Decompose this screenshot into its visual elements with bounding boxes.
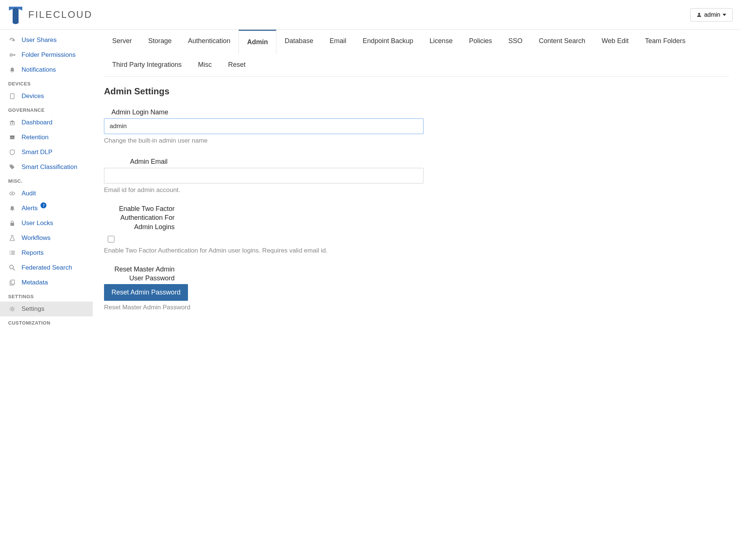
tab-third-party-integrations[interactable]: Third Party Integrations: [104, 53, 190, 76]
sidebar-item-label: Settings: [22, 305, 44, 313]
sidebar-item-label: Folder Permissions: [22, 51, 76, 59]
tab-misc[interactable]: Misc: [190, 53, 220, 76]
reset-password-label: Reset Master Admin User Password: [104, 265, 175, 283]
svg-rect-7: [10, 223, 14, 226]
key-icon: [8, 52, 16, 58]
caret-down-icon: [723, 14, 726, 16]
sidebar-item-label: Alerts: [22, 205, 38, 212]
user-icon: [697, 12, 702, 17]
sidebar-item-audit[interactable]: Audit: [0, 186, 93, 201]
sidebar-item-retention[interactable]: Retention: [0, 130, 93, 145]
tab-license[interactable]: License: [421, 30, 461, 53]
sidebar-item-label: Federated Search: [22, 264, 72, 271]
bank-icon: [8, 120, 16, 126]
sidebar-item-label: Smart Classification: [22, 163, 77, 171]
gear-icon: [8, 306, 16, 312]
sidebar-item-user-locks[interactable]: User Locks: [0, 216, 93, 231]
flask-icon: [8, 235, 16, 241]
brand-text: FILECLOUD: [28, 9, 92, 20]
svg-rect-1: [10, 94, 14, 99]
header: FILECLOUD admin: [0, 0, 740, 30]
alert-badge-icon: !: [40, 202, 46, 208]
tfa-checkbox[interactable]: [108, 236, 114, 242]
sidebar-section-misc-: MISC.: [0, 175, 93, 186]
main-content: ServerStorageAuthenticationAdminDatabase…: [93, 30, 740, 560]
sidebar-section-devices: DEVICES: [0, 77, 93, 89]
tab-authentication[interactable]: Authentication: [180, 30, 238, 53]
sidebar-item-notifications[interactable]: Notifications: [0, 62, 93, 77]
tab-endpoint-backup[interactable]: Endpoint Backup: [354, 30, 421, 53]
sidebar-item-label: Metadata: [22, 279, 48, 286]
search-icon: [8, 265, 16, 271]
sidebar-item-label: Reports: [22, 249, 44, 257]
field-reset-password: Reset Master Admin User Password Reset A…: [104, 260, 423, 318]
reset-password-help: Reset Master Admin Password: [104, 301, 423, 313]
svg-point-4: [10, 165, 11, 166]
admin-email-input[interactable]: [104, 168, 423, 183]
logo-icon: [7, 5, 24, 25]
tab-content-search[interactable]: Content Search: [530, 30, 593, 53]
sidebar-item-label: User Shares: [22, 36, 56, 44]
sidebar-item-label: Dashboard: [22, 119, 52, 126]
sidebar-item-reports[interactable]: Reports: [0, 245, 93, 260]
admin-login-name-label: Admin Login Name: [111, 108, 423, 116]
field-tfa: Enable Two Factor Authentication For Adm…: [104, 200, 423, 260]
bell-icon: [8, 205, 16, 211]
sidebar-item-federated-search[interactable]: Federated Search: [0, 260, 93, 275]
sidebar-item-label: Devices: [22, 92, 44, 100]
reset-admin-password-button[interactable]: Reset Admin Password: [104, 284, 188, 301]
sidebar-item-workflows[interactable]: Workflows: [0, 231, 93, 245]
tablet-icon: [8, 93, 16, 99]
field-admin-email: Admin Email Email id for admin account.: [104, 150, 423, 200]
svg-rect-3: [10, 136, 14, 137]
tab-policies[interactable]: Policies: [461, 30, 500, 53]
tab-team-folders[interactable]: Team Folders: [637, 30, 694, 53]
svg-rect-10: [11, 280, 14, 284]
tab-server[interactable]: Server: [104, 30, 140, 53]
tfa-help: Enable Two Factor Authentication for Adm…: [104, 244, 423, 256]
tab-sso[interactable]: SSO: [500, 30, 530, 53]
tab-email[interactable]: Email: [321, 30, 354, 53]
svg-point-6: [12, 193, 13, 194]
shield-icon: [8, 149, 16, 155]
sidebar-item-smart-classification[interactable]: Smart Classification: [0, 160, 93, 175]
sidebar-item-label: Workflows: [22, 234, 51, 242]
sidebar-item-label: Retention: [22, 134, 49, 141]
user-menu-button[interactable]: admin: [690, 8, 733, 22]
svg-point-8: [10, 265, 13, 269]
tab-admin[interactable]: Admin: [238, 30, 276, 54]
eye-icon: [8, 191, 16, 196]
sidebar-item-settings[interactable]: Settings: [0, 302, 93, 316]
sidebar-item-folder-permissions[interactable]: Folder Permissions: [0, 48, 93, 62]
sidebar-item-devices[interactable]: Devices: [0, 89, 93, 104]
sidebar-item-metadata[interactable]: Metadata: [0, 275, 93, 290]
list-icon: [8, 250, 16, 256]
user-menu-label: admin: [704, 12, 720, 18]
sidebar-section-customization: CUSTOMIZATION: [0, 316, 93, 328]
svg-point-0: [10, 54, 12, 56]
tfa-label: Enable Two Factor Authentication For Adm…: [104, 204, 175, 231]
sidebar: User SharesFolder PermissionsNotificatio…: [0, 30, 93, 560]
admin-login-name-help: Change the built-in admin user name: [104, 134, 423, 146]
lock-icon: [8, 220, 16, 226]
sidebar-item-label: Audit: [22, 190, 36, 197]
tab-storage[interactable]: Storage: [140, 30, 180, 53]
admin-email-label: Admin Email: [130, 158, 423, 166]
tab-reset[interactable]: Reset: [220, 53, 254, 76]
archive-icon: [8, 134, 16, 140]
sidebar-item-user-shares[interactable]: User Shares: [0, 33, 93, 48]
admin-email-help: Email id for admin account.: [104, 183, 423, 195]
svg-point-11: [11, 308, 13, 310]
sidebar-section-governance: GOVERNANCE: [0, 104, 93, 115]
page-title: Admin Settings: [104, 76, 729, 101]
sidebar-item-dashboard[interactable]: Dashboard: [0, 115, 93, 130]
tab-database[interactable]: Database: [276, 30, 321, 53]
bell-icon: [8, 67, 16, 73]
tab-web-edit[interactable]: Web Edit: [594, 30, 637, 53]
logo: FILECLOUD: [7, 5, 92, 25]
sidebar-item-alerts[interactable]: Alerts!: [0, 201, 93, 216]
tabs: ServerStorageAuthenticationAdminDatabase…: [104, 30, 729, 76]
admin-login-name-input[interactable]: [104, 118, 423, 134]
sidebar-item-label: Smart DLP: [22, 149, 52, 156]
sidebar-item-smart-dlp[interactable]: Smart DLP: [0, 145, 93, 160]
